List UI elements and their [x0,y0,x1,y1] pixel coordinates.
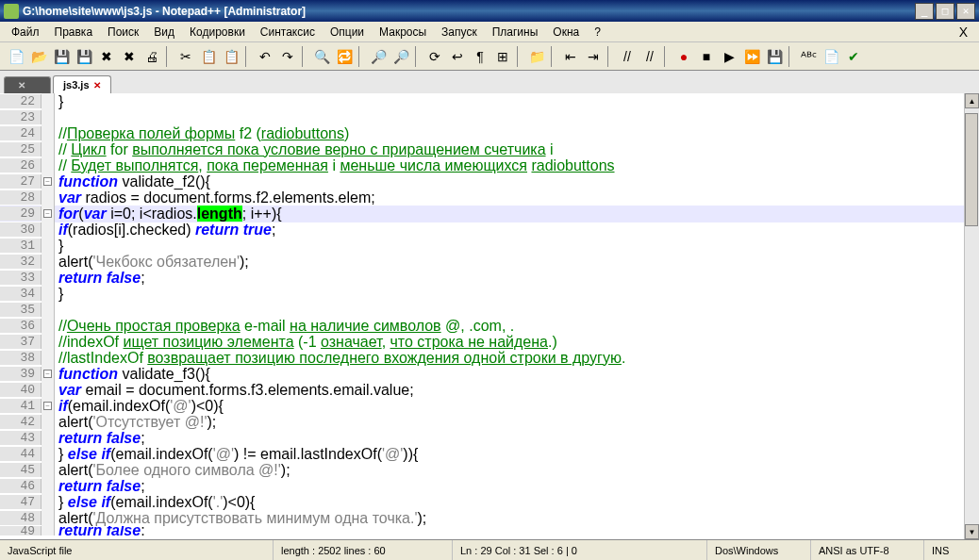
code-line[interactable]: 28 var radios = document.forms.f2.elemen… [0,189,979,206]
code-text[interactable]: // Цикл for выполняется пока условие вер… [55,141,979,158]
code-line[interactable]: 34} [0,286,979,302]
code-line[interactable]: 27−function validate_f2(){ [0,173,979,189]
indent-less-icon[interactable]: ⇤ [560,46,581,67]
cut-icon[interactable]: ✂ [175,46,196,67]
code-text[interactable]: alert('Должна присутствовать минимум одн… [55,510,979,527]
scroll-track[interactable] [965,108,979,524]
code-text[interactable]: // Будет выполнятся, пока переменная i м… [55,157,979,174]
menu-syntax[interactable]: Синтаксис [253,24,323,41]
menu-close-x[interactable]: X [952,23,975,41]
save-all-icon[interactable]: 💾 [74,46,94,67]
code-text[interactable]: } [55,286,979,303]
code-text[interactable]: //indexOf ищет позицию элемента (-1 озна… [55,334,979,351]
menu-plugins[interactable]: Плагины [485,24,546,41]
code-line[interactable]: 32 alert('Чекбокс обязателен'); [0,254,979,270]
code-line[interactable]: 40 var email = document.forms.f3.element… [0,382,979,398]
menu-options[interactable]: Опции [323,24,372,41]
code-line[interactable]: 47 } else if(email.indexOf('.')<0){ [0,494,979,510]
code-text[interactable]: //Проверка полей формы f2 (radiobuttons) [55,125,979,142]
code-text[interactable]: return false; [55,270,979,287]
code-text[interactable]: if(radios[i].checked) return true; [55,222,979,239]
indent-guide-icon[interactable]: ⊞ [492,46,513,67]
code-text[interactable]: function validate_f2(){ [55,173,979,190]
redo-icon[interactable]: ↷ [277,46,298,67]
maximize-button[interactable]: □ [936,3,954,20]
code-line[interactable]: 41− if(email.indexOf('@')<0){ [0,398,979,414]
find-icon[interactable]: 🔍 [311,46,332,67]
new-file-icon[interactable]: 📄 [6,46,26,67]
comment-icon[interactable]: // [617,46,638,67]
code-line[interactable]: 46 return false; [0,478,979,494]
code-line[interactable]: 23 [0,109,979,125]
undo-icon[interactable]: ↶ [255,46,275,67]
record-icon[interactable]: ● [673,46,694,67]
code-text[interactable]: //lastIndexOf возвращает позицию последн… [55,350,979,367]
code-line[interactable]: 49 return false; [0,526,979,535]
menu-edit[interactable]: Правка [47,24,101,41]
fold-marker[interactable]: − [41,173,55,189]
code-text[interactable]: return false; [55,478,979,495]
code-text[interactable]: var email = document.forms.f3.elements.e… [55,382,979,399]
code-line[interactable]: 30 if(radios[i].checked) return true; [0,222,979,238]
menu-file[interactable]: Файл [4,24,47,41]
menu-encoding[interactable]: Кодировки [182,24,253,41]
code-text[interactable]: alert('Более одного символа @!'); [55,462,979,479]
wrap-icon[interactable]: ↩ [447,46,468,67]
code-text[interactable]: } [55,93,979,110]
scroll-thumb[interactable] [965,113,978,226]
menu-windows[interactable]: Окна [545,24,587,41]
minimize-button[interactable]: _ [915,3,934,20]
copy-icon[interactable]: 📋 [198,46,219,67]
replace-icon[interactable]: 🔁 [334,46,355,67]
save-icon[interactable]: 💾 [51,46,72,67]
code-line[interactable]: 39−function validate_f3(){ [0,366,979,382]
tab-1[interactable]: ✕ [4,76,51,93]
fast-forward-icon[interactable]: ⏩ [741,46,762,67]
uncomment-icon[interactable]: // [639,46,660,67]
play-icon[interactable]: ▶ [719,46,739,67]
scroll-down-icon[interactable]: ▼ [965,524,979,539]
close-all-icon[interactable]: ✖ [119,46,140,67]
code-line[interactable]: 42 alert('Отсутствует @!'); [0,414,979,430]
paste-icon[interactable]: 📋 [221,46,241,67]
code-line[interactable]: 45 alert('Более одного символа @!'); [0,462,979,478]
code-line[interactable]: 22} [0,93,979,109]
code-text[interactable]: alert('Чекбокс обязателен'); [55,254,979,271]
close-button[interactable]: ✕ [956,3,975,20]
fold-marker[interactable]: − [41,398,55,414]
vertical-scrollbar[interactable]: ▲ ▼ [964,93,979,539]
tab-close-icon[interactable]: ✕ [93,80,101,91]
spellcheck-icon[interactable]: ᴬᴮᶜ [798,46,819,67]
code-text[interactable]: } [55,238,979,255]
code-line[interactable]: 26// Будет выполнятся, пока переменная i… [0,157,979,173]
open-file-icon[interactable]: 📂 [28,46,49,67]
code-line[interactable]: 33 return false; [0,270,979,286]
code-text[interactable]: return false; [55,430,979,447]
fold-marker[interactable]: − [41,206,55,222]
tab-close-icon[interactable]: ✕ [18,80,25,91]
zoom-in-icon[interactable]: 🔎 [368,46,389,67]
code-line[interactable]: 43 return false; [0,430,979,446]
menu-view[interactable]: Вид [146,24,182,41]
code-text[interactable]: return false; [55,526,979,535]
show-chars-icon[interactable]: ¶ [470,46,490,67]
code-text[interactable]: } else if(email.indexOf('@') != email.la… [55,446,979,463]
tab-2[interactable]: js3.js ✕ [53,75,111,93]
zoom-out-icon[interactable]: 🔎 [390,46,411,67]
code-line[interactable]: 36//Очень простая проверка e-mail на нал… [0,318,979,334]
stop-icon[interactable]: ■ [696,46,717,67]
code-line[interactable]: 29− for(var i=0; i<radios.length; i++){ [0,206,979,222]
sync-icon[interactable]: ⟳ [424,46,445,67]
code-line[interactable]: 31 } [0,238,979,254]
print-icon[interactable]: 🖨 [141,46,162,67]
indent-more-icon[interactable]: ⇥ [583,46,604,67]
code-line[interactable]: 35 [0,302,979,318]
code-line[interactable]: 38//lastIndexOf возвращает позицию после… [0,350,979,366]
check-icon[interactable]: ✔ [843,46,864,67]
editor[interactable]: 22}2324//Проверка полей формы f2 (radiob… [0,93,979,539]
menu-run[interactable]: Запуск [434,24,485,41]
code-text[interactable]: if(email.indexOf('@')<0){ [55,398,979,415]
code-text[interactable]: } else if(email.indexOf('.')<0){ [55,494,979,511]
code-line[interactable]: 25// Цикл for выполняется пока условие в… [0,141,979,157]
code-line[interactable]: 24//Проверка полей формы f2 (radiobutton… [0,125,979,141]
